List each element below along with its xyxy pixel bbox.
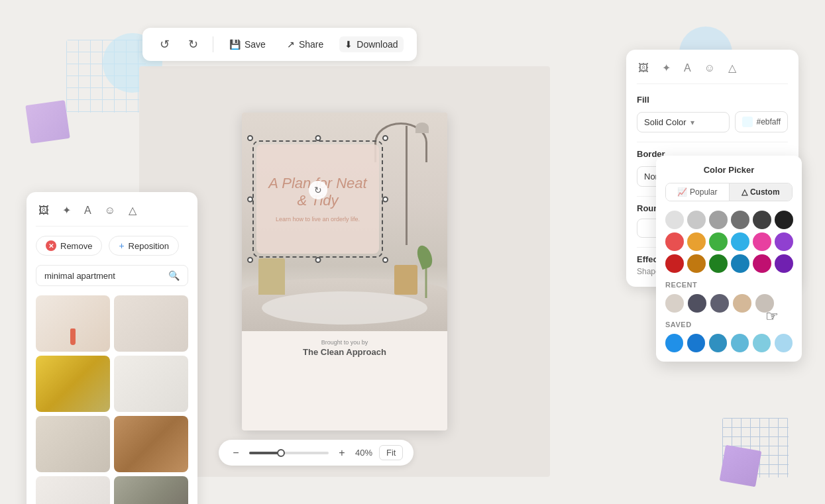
plus-icon: + (119, 240, 124, 251)
color-swatch-5[interactable] (753, 211, 771, 229)
color-swatch-10[interactable] (731, 232, 749, 251)
image-thumb-2[interactable] (114, 295, 188, 352)
saved-color-3[interactable] (709, 334, 727, 352)
panel-text-icon[interactable]: A (82, 201, 94, 219)
right-panel-shape-icon[interactable]: △ (727, 60, 738, 76)
color-swatch-11[interactable] (753, 232, 771, 251)
search-icon: 🔍 (168, 270, 180, 281)
zoom-slider-thumb[interactable] (277, 449, 285, 457)
zoom-slider[interactable] (249, 452, 329, 454)
color-swatch-14[interactable] (687, 254, 706, 273)
deco-sticky-purple (25, 100, 70, 144)
deco-sticky-purple2 (720, 445, 762, 487)
recent-colors-grid (665, 294, 793, 313)
fill-type-label: Solid Color (644, 117, 687, 127)
reposition-button[interactable]: + Reposition (109, 236, 179, 256)
color-picker-popup: Color Picker 📈 Popular △ Custom (656, 156, 802, 362)
image-thumb-3[interactable] (36, 356, 110, 412)
redo-button[interactable]: ↻ (184, 34, 202, 54)
refresh-icon[interactable]: ↻ (309, 181, 327, 199)
fill-color-preview[interactable]: #ebfaff (735, 111, 788, 132)
saved-color-6[interactable] (775, 334, 793, 352)
right-panel-emoji-icon[interactable]: ☺ (703, 60, 716, 76)
image-thumb-5[interactable] (36, 416, 110, 472)
room-plant-stem (425, 265, 427, 298)
image-thumb-6[interactable] (114, 416, 188, 472)
search-input[interactable] (44, 271, 163, 281)
right-panel-magic-icon[interactable]: ✦ (661, 60, 672, 76)
image-thumb-7[interactable] (36, 476, 110, 504)
image-thumb-1[interactable] (36, 295, 110, 352)
download-button[interactable]: ⬇ Download (339, 36, 403, 52)
right-panel-image-icon[interactable]: 🖼 (637, 60, 650, 76)
fill-color-value: #ebfaff (757, 117, 781, 126)
saved-colors-grid (665, 334, 793, 352)
top-toolbar: ↺ ↻ 💾 Save ↗ Share ⬇ Download (142, 28, 417, 61)
saved-color-2[interactable] (687, 334, 705, 352)
share-button[interactable]: ↗ Share (282, 36, 329, 52)
panel-shape-icon[interactable]: △ (126, 201, 139, 219)
color-swatch-6[interactable] (775, 211, 793, 229)
recent-color-4[interactable] (733, 294, 751, 313)
color-swatch-4[interactable] (731, 211, 749, 229)
save-icon: 💾 (229, 39, 241, 50)
recent-color-5[interactable] (755, 294, 774, 313)
tab-custom[interactable]: △ Custom (730, 183, 793, 201)
save-button[interactable]: 💾 Save (224, 36, 271, 52)
fill-label: Fill (637, 95, 788, 105)
remove-button[interactable]: ✕ Remove (36, 236, 102, 256)
zoom-fit-button[interactable]: Fit (379, 445, 403, 460)
color-swatch-15[interactable] (709, 254, 728, 273)
recent-section-label: Recent (665, 281, 793, 289)
color-swatch-8[interactable] (687, 232, 706, 251)
right-panel-text-icon[interactable]: A (683, 60, 692, 76)
panel-magic-icon[interactable]: ✦ (60, 201, 74, 219)
color-picker-tabs: 📈 Popular △ Custom (665, 183, 793, 201)
design-card-image: ↻ A Plan for Neat & Tidy Learn how to li… (242, 113, 447, 331)
download-icon: ⬇ (345, 39, 353, 50)
color-grid-grays (665, 211, 793, 273)
image-thumb-4[interactable] (114, 356, 188, 412)
color-swatch-12[interactable] (775, 232, 793, 251)
saved-color-5[interactable] (753, 334, 771, 352)
undo-button[interactable]: ↺ (156, 34, 174, 54)
recent-color-1[interactable] (665, 294, 684, 313)
color-swatch-2[interactable] (687, 211, 706, 229)
fill-type-dropdown[interactable]: Solid Color (637, 112, 730, 132)
tab-popular[interactable]: 📈 Popular (666, 183, 729, 201)
remove-label: Remove (60, 241, 92, 251)
color-swatch-3[interactable] (709, 211, 728, 229)
zoom-out-button[interactable]: − (229, 446, 243, 460)
panel-actions: ✕ Remove + Reposition (36, 236, 188, 256)
text-overlay-box[interactable]: ↻ A Plan for Neat & Tidy Learn how to li… (256, 144, 379, 254)
saved-section-label: Saved (665, 321, 793, 328)
card-footer: Brought to you by The Clean Approach (242, 331, 447, 365)
color-swatch-13[interactable] (665, 254, 684, 273)
popular-label: Popular (690, 187, 717, 197)
panel-emoji-icon[interactable]: ☺ (102, 201, 118, 219)
color-swatch-16[interactable] (731, 254, 749, 273)
section-divider-1 (637, 142, 788, 142)
panel-image-icon[interactable]: 🖼 (36, 201, 52, 219)
search-bar[interactable]: 🔍 (36, 265, 188, 286)
recent-color-2[interactable] (688, 294, 706, 313)
zoom-in-button[interactable]: + (335, 446, 349, 460)
color-swatch-18[interactable] (775, 254, 793, 273)
color-swatch-9[interactable] (709, 232, 728, 251)
image-thumb-8[interactable] (114, 476, 188, 504)
canvas-area[interactable]: ↻ A Plan for Neat & Tidy Learn how to li… (139, 66, 550, 477)
text-overlay-container[interactable]: ↻ A Plan for Neat & Tidy Learn how to li… (256, 144, 379, 254)
right-panel-icons: 🖼 ✦ A ☺ △ (637, 60, 788, 84)
design-card[interactable]: ↻ A Plan for Neat & Tidy Learn how to li… (242, 113, 447, 430)
saved-color-4[interactable] (731, 334, 749, 352)
card-subtitle[interactable]: Learn how to live an orderly life. (276, 215, 360, 224)
panel-icons: 🖼 ✦ A ☺ △ (36, 201, 188, 227)
recent-color-3[interactable] (710, 294, 729, 313)
room-chair (258, 258, 285, 295)
color-swatch-7[interactable] (665, 232, 684, 251)
color-swatch-17[interactable] (753, 254, 771, 273)
image-grid (36, 295, 188, 504)
popular-icon: 📈 (677, 187, 687, 197)
color-swatch-1[interactable] (665, 211, 684, 229)
saved-color-1[interactable] (665, 334, 683, 352)
